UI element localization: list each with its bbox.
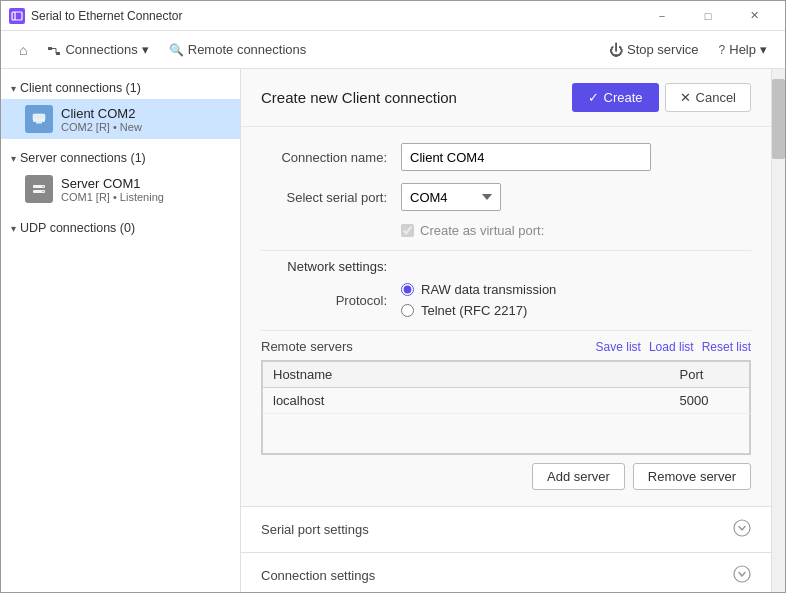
table-empty-row [263, 414, 750, 454]
virtual-port-checkbox[interactable] [401, 224, 414, 237]
connections-icon [47, 41, 61, 57]
connection-settings-chevron-icon [733, 565, 751, 586]
help-chevron: ▾ [760, 42, 767, 57]
create-button[interactable]: ✓ Create [572, 83, 659, 112]
toolbar: ⌂ Connections ▾ 🔍 Remote connections ⏻ S… [1, 31, 785, 69]
serial-port-settings-title: Serial port settings [261, 522, 369, 537]
sidebar-item-server-com1[interactable]: Server COM1 COM1 [R] • Listening [1, 169, 240, 209]
protocol-telnet-option[interactable]: Telnet (RFC 2217) [401, 303, 751, 318]
sidebar-group-server[interactable]: ▾ Server connections (1) [1, 147, 240, 169]
udp-group-chevron: ▾ [11, 223, 16, 234]
svg-point-14 [734, 566, 750, 582]
svg-rect-0 [12, 12, 22, 20]
divider-2 [261, 330, 751, 331]
scrollbar-thumb[interactable] [772, 79, 785, 159]
connection-name-row: Connection name: [261, 143, 751, 171]
content-inner: Create new Client connection ✓ Create ✕ … [241, 69, 771, 592]
remote-servers-title: Remote servers [261, 339, 353, 354]
remote-servers-header: Remote servers Save list Load list Reset… [261, 339, 751, 354]
sidebar-group-client[interactable]: ▾ Client connections (1) [1, 77, 240, 99]
content-area: Create new Client connection ✓ Create ✕ … [241, 69, 771, 592]
server-com1-text: Server COM1 COM1 [R] • Listening [61, 176, 164, 203]
connection-name-label: Connection name: [261, 150, 401, 165]
svg-point-13 [734, 520, 750, 536]
connection-name-control [401, 143, 751, 171]
client-group-label: Client connections (1) [20, 81, 141, 95]
add-server-button[interactable]: Add server [532, 463, 625, 490]
sidebar-item-client-com2[interactable]: Client COM2 COM2 [R] • New [1, 99, 240, 139]
reset-list-btn[interactable]: Reset list [702, 340, 751, 354]
udp-group-label: UDP connections (0) [20, 221, 135, 235]
protocol-telnet-radio[interactable] [401, 304, 414, 317]
help-btn[interactable]: ? Help ▾ [711, 38, 775, 61]
protocol-raw-option[interactable]: RAW data transmission [401, 282, 751, 297]
cancel-button[interactable]: ✕ Cancel [665, 83, 751, 112]
serial-port-chevron-icon [733, 519, 751, 540]
toolbar-right: ⏻ Stop service ? Help ▾ [601, 38, 775, 62]
protocol-raw-radio[interactable] [401, 283, 414, 296]
row-hostname: localhost [263, 388, 670, 414]
svg-rect-3 [56, 52, 60, 55]
app-icon [9, 8, 25, 24]
network-settings-header-row: Network settings: [261, 259, 751, 274]
serial-port-label: Select serial port: [261, 190, 401, 205]
divider-1 [261, 250, 751, 251]
cancel-x-icon: ✕ [680, 90, 691, 105]
server-list-actions: Save list Load list Reset list [596, 340, 751, 354]
window-title: Serial to Ethernet Connector [31, 9, 639, 23]
serial-port-row: Select serial port: COM4 COM1 COM2 COM3 … [261, 183, 751, 211]
help-label: Help [729, 42, 756, 57]
remove-server-button[interactable]: Remove server [633, 463, 751, 490]
remote-servers-section: Remote servers Save list Load list Reset… [261, 339, 751, 490]
server-icon [25, 175, 53, 203]
toolbar-remote-connections[interactable]: 🔍 Remote connections [161, 38, 315, 61]
network-settings-section: Network settings: Protocol: RAW data tra… [261, 259, 751, 318]
table-row[interactable]: localhost 5000 [263, 388, 750, 414]
toolbar-home[interactable]: ⌂ [11, 38, 35, 62]
protocol-telnet-label: Telnet (RFC 2217) [421, 303, 527, 318]
home-icon: ⌂ [19, 42, 27, 58]
remote-connections-label: Remote connections [188, 42, 307, 57]
connection-settings-section[interactable]: Connection settings [241, 552, 771, 592]
connection-name-input[interactable] [401, 143, 651, 171]
create-check-icon: ✓ [588, 90, 599, 105]
connections-label: Connections [65, 42, 137, 57]
protocol-label: Protocol: [261, 293, 401, 308]
serial-port-control: COM4 COM1 COM2 COM3 COM5 [401, 183, 751, 211]
serial-port-select[interactable]: COM4 COM1 COM2 COM3 COM5 [401, 183, 501, 211]
svg-point-11 [42, 186, 43, 187]
minimize-button[interactable]: − [639, 1, 685, 31]
form-section: Connection name: Select serial port: COM… [241, 127, 771, 506]
protocol-raw-label: RAW data transmission [421, 282, 556, 297]
server-group-chevron: ▾ [11, 153, 16, 164]
power-icon: ⏻ [609, 42, 623, 58]
server-group-label: Server connections (1) [20, 151, 146, 165]
serial-port-settings-section[interactable]: Serial port settings [241, 506, 771, 552]
search-icon: 🔍 [169, 43, 184, 57]
toolbar-connections[interactable]: Connections ▾ [39, 37, 156, 61]
server-com1-sub: COM1 [R] • Listening [61, 191, 164, 203]
titlebar: Serial to Ethernet Connector − □ ✕ [1, 1, 785, 31]
panel-buttons: ✓ Create ✕ Cancel [572, 83, 752, 112]
client-com2-sub: COM2 [R] • New [61, 121, 142, 133]
sidebar: ▾ Client connections (1) Client COM2 COM… [1, 69, 241, 592]
load-list-btn[interactable]: Load list [649, 340, 694, 354]
sidebar-group-udp[interactable]: ▾ UDP connections (0) [1, 217, 240, 239]
scrollbar[interactable] [771, 69, 785, 592]
app-window: Serial to Ethernet Connector − □ ✕ ⌂ Con… [0, 0, 786, 593]
stop-service-btn[interactable]: ⏻ Stop service [601, 38, 707, 62]
main-layout: ▾ Client connections (1) Client COM2 COM… [1, 69, 785, 592]
client-com2-name: Client COM2 [61, 106, 142, 121]
row-port: 5000 [670, 388, 750, 414]
panel-title: Create new Client connection [261, 89, 457, 106]
stop-service-label: Stop service [627, 42, 699, 57]
svg-point-12 [42, 191, 43, 192]
protocol-row: Protocol: RAW data transmission Telnet (… [261, 282, 751, 318]
save-list-btn[interactable]: Save list [596, 340, 641, 354]
close-button[interactable]: ✕ [731, 1, 777, 31]
virtual-port-row: Create as virtual port: [401, 223, 751, 238]
maximize-button[interactable]: □ [685, 1, 731, 31]
panel-header: Create new Client connection ✓ Create ✕ … [241, 69, 771, 127]
help-icon: ? [719, 43, 726, 57]
svg-rect-2 [48, 47, 52, 50]
